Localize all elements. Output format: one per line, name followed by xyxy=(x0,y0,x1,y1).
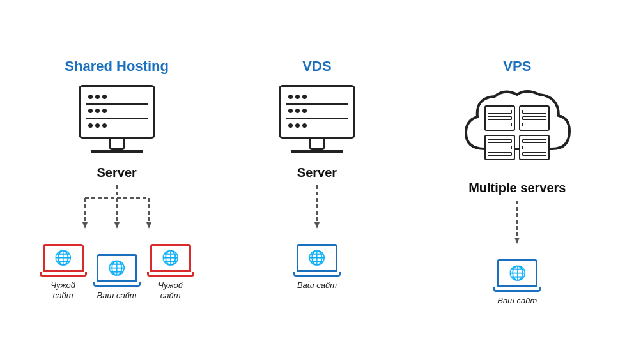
shared-hosting-title: Shared Hosting xyxy=(65,58,169,75)
mini-server-3 xyxy=(484,135,515,160)
laptop-base xyxy=(40,272,87,277)
laptop-caption: Ваш сайт xyxy=(297,280,337,291)
laptop: 🌐 xyxy=(147,244,194,277)
svg-marker-9 xyxy=(314,222,320,229)
vds-arrows xyxy=(221,185,413,236)
vds-server-label: Server xyxy=(297,165,337,180)
laptop: 🌐 xyxy=(293,244,341,277)
vps-title: VPS xyxy=(503,58,531,75)
single-arrow-svg-vps xyxy=(453,201,581,252)
laptop-yours: 🌐 Ваш сайт xyxy=(93,254,141,301)
globe-icon: 🌐 xyxy=(54,250,72,266)
vps-arrows xyxy=(421,201,613,252)
laptop-yours-vds: 🌐 Ваш сайт xyxy=(293,244,341,291)
laptop-screen: 🌐 xyxy=(97,254,137,282)
laptop: 🌐 xyxy=(93,254,141,287)
svg-marker-5 xyxy=(82,222,88,229)
svg-marker-11 xyxy=(514,238,520,244)
diagram: Shared Hosting Server xyxy=(10,45,624,319)
laptop-screen: 🌐 xyxy=(150,244,191,272)
vps-laptops: 🌐 Ваш сайт xyxy=(493,259,541,307)
vps-column: VPS Multiple serve xyxy=(421,58,613,307)
cloud-servers xyxy=(484,105,550,160)
server-rack xyxy=(279,85,355,139)
laptop-caption: Ваш сайт xyxy=(97,291,137,301)
mini-server-1 xyxy=(484,105,515,131)
server-base xyxy=(91,150,143,153)
laptop-foreign-2: 🌐 Чужой сайт xyxy=(147,244,194,302)
shared-hosting-server xyxy=(79,85,155,153)
shared-hosting-arrows xyxy=(21,185,213,236)
laptop-screen: 🌐 xyxy=(43,244,84,272)
shared-hosting-server-label: Server xyxy=(97,165,137,180)
globe-icon: 🌐 xyxy=(509,265,526,282)
svg-marker-6 xyxy=(114,222,120,229)
vds-column: VDS Server 🌐 xyxy=(221,58,413,291)
server-rack xyxy=(79,85,155,139)
laptop-caption: Ваш сайт xyxy=(497,296,537,307)
laptop-screen: 🌐 xyxy=(297,244,337,272)
laptop-caption: Чужой сайт xyxy=(148,280,193,302)
vds-title: VDS xyxy=(302,58,331,75)
laptop: 🌐 xyxy=(40,244,87,277)
mini-server-4 xyxy=(519,135,550,160)
vds-laptops: 🌐 Ваш сайт xyxy=(293,244,341,291)
mini-server-2 xyxy=(519,105,550,131)
laptop: 🌐 xyxy=(493,259,541,292)
shared-hosting-laptops: 🌐 Чужой сайт 🌐 Ваш сайт xyxy=(40,244,194,302)
laptop-caption: Чужой сайт xyxy=(41,280,86,302)
server-base xyxy=(291,150,343,153)
server-connector xyxy=(309,139,325,150)
globe-icon: 🌐 xyxy=(162,250,179,266)
single-arrow-svg xyxy=(253,185,381,236)
laptop-base xyxy=(493,287,541,292)
svg-marker-7 xyxy=(146,222,151,229)
shared-hosting-column: Shared Hosting Server xyxy=(21,58,213,302)
globe-icon: 🌐 xyxy=(108,260,125,277)
laptop-yours-vps: 🌐 Ваш сайт xyxy=(493,259,541,307)
vps-cloud xyxy=(453,85,581,168)
laptop-base xyxy=(93,282,141,287)
server-connector xyxy=(109,139,125,150)
laptop-base xyxy=(147,272,194,277)
vps-server-label: Multiple servers xyxy=(468,181,566,195)
laptop-screen: 🌐 xyxy=(497,259,537,287)
branched-arrow-svg xyxy=(53,185,181,236)
laptop-base xyxy=(293,272,341,277)
globe-icon: 🌐 xyxy=(308,250,325,266)
vds-server xyxy=(279,85,355,153)
laptop-foreign-1: 🌐 Чужой сайт xyxy=(40,244,87,302)
